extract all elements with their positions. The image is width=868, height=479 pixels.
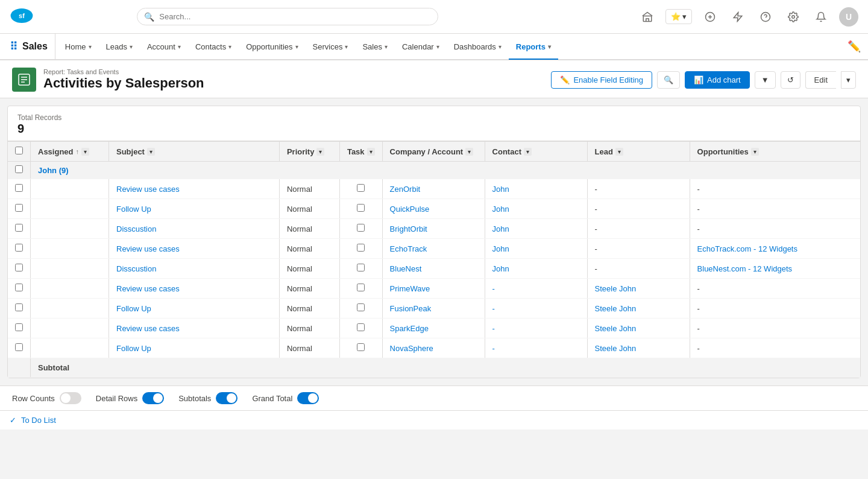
header-contact: Contact ▾ <box>485 142 587 162</box>
task-checkbox[interactable] <box>357 224 365 232</box>
salesforce-logo[interactable]: sf <box>10 4 34 30</box>
total-records-section: Total Records 9 <box>8 106 860 141</box>
help-icon-button[interactable] <box>756 7 775 27</box>
subject-cell: Follow Up <box>109 299 280 319</box>
nav-item-calendar[interactable]: Calendar ▾ <box>395 34 447 60</box>
to-do-list-bar[interactable]: ✓ To Do List <box>0 410 868 430</box>
nav-item-sales[interactable]: Sales ▾ <box>355 34 395 60</box>
favorites-button[interactable]: ⭐ ▾ <box>665 9 692 24</box>
task-checkbox[interactable] <box>357 284 365 291</box>
row-checkbox[interactable] <box>15 224 23 232</box>
subject-link[interactable]: Follow Up <box>116 304 151 313</box>
row-checkbox[interactable] <box>15 264 23 271</box>
lightning-icon-button[interactable] <box>728 7 747 27</box>
enable-field-editing-button[interactable]: ✏️ Enable Field Editing <box>551 71 652 89</box>
company-link[interactable]: ZenOrbit <box>390 185 421 194</box>
row-checkbox[interactable] <box>15 323 23 331</box>
nav-item-contacts[interactable]: Contacts ▾ <box>188 34 239 60</box>
task-checkbox[interactable] <box>357 323 365 331</box>
lead-link[interactable]: Steele John <box>595 324 637 333</box>
row-checkbox[interactable] <box>15 343 23 351</box>
lead-link[interactable]: Steele John <box>595 344 637 353</box>
assigned-filter-button[interactable]: ▾ <box>81 148 89 156</box>
group-link[interactable]: John (9) <box>38 166 69 175</box>
contact-link[interactable]: - <box>492 304 495 313</box>
company-link[interactable]: BrightOrbit <box>390 224 427 233</box>
edit-dropdown-button[interactable]: ▾ <box>841 71 856 89</box>
row-checkbox[interactable] <box>15 244 23 252</box>
company-link[interactable]: QuickPulse <box>390 205 430 214</box>
subject-link[interactable]: Follow Up <box>116 205 151 214</box>
contact-link[interactable]: John <box>492 244 509 253</box>
lead-cell: Steele John <box>587 279 690 299</box>
lead-filter-button[interactable]: ▾ <box>615 148 623 156</box>
nav-item-opportunities[interactable]: Opportunities ▾ <box>239 34 305 60</box>
nav-item-leads[interactable]: Leads ▾ <box>99 34 140 60</box>
task-filter-button[interactable]: ▾ <box>367 148 375 156</box>
subtotals-toggle[interactable] <box>216 392 237 404</box>
home-icon-button[interactable] <box>638 7 657 27</box>
subject-link[interactable]: Review use cases <box>116 284 180 293</box>
edit-button[interactable]: Edit <box>805 71 836 89</box>
detail-rows-toggle[interactable] <box>142 392 164 404</box>
add-icon-button[interactable] <box>700 7 720 27</box>
row-checkbox[interactable] <box>15 184 23 192</box>
company-link[interactable]: PrimeWave <box>390 284 430 293</box>
select-all-checkbox[interactable] <box>15 147 23 154</box>
lead-link[interactable]: Steele John <box>595 304 637 313</box>
search-button[interactable]: 🔍 <box>657 71 680 89</box>
contact-link[interactable]: John <box>492 264 509 273</box>
opportunities-filter-button[interactable]: ▾ <box>751 148 759 156</box>
task-checkbox[interactable] <box>357 264 365 271</box>
opps-link[interactable]: EchoTrack.com - 12 Widgets <box>697 244 797 253</box>
grand-total-toggle[interactable] <box>297 392 319 404</box>
subject-link[interactable]: Review use cases <box>116 244 180 253</box>
company-link[interactable]: FusionPeak <box>390 304 432 313</box>
company-link[interactable]: BlueNest <box>390 264 422 273</box>
company-link[interactable]: SparkEdge <box>390 324 429 333</box>
lead-link[interactable]: Steele John <box>595 284 637 293</box>
subject-link[interactable]: Review use cases <box>116 185 180 194</box>
refresh-button[interactable]: ↺ <box>781 71 800 89</box>
search-input[interactable] <box>137 8 438 25</box>
group-checkbox[interactable] <box>15 165 23 173</box>
nav-edit-button[interactable]: ✏️ <box>848 40 861 53</box>
subject-link[interactable]: Review use cases <box>116 324 180 333</box>
contact-link[interactable]: John <box>492 205 509 214</box>
nav-item-dashboards[interactable]: Dashboards ▾ <box>447 34 509 60</box>
nav-item-home[interactable]: Home ▾ <box>58 34 99 60</box>
app-launcher[interactable]: ⠿ Sales <box>7 34 55 59</box>
company-filter-button[interactable]: ▾ <box>465 148 473 156</box>
subject-filter-button[interactable]: ▾ <box>147 148 155 156</box>
settings-icon-button[interactable] <box>784 7 803 27</box>
priority-filter-button[interactable]: ▾ <box>316 148 324 156</box>
row-checkbox[interactable] <box>15 204 23 212</box>
filter-button[interactable]: ▼ <box>755 71 776 89</box>
row-counts-toggle[interactable] <box>60 392 81 404</box>
subject-link[interactable]: Disscustion <box>116 264 156 273</box>
task-checkbox[interactable] <box>357 184 365 192</box>
add-chart-button[interactable]: 📊 Add chart <box>685 71 750 89</box>
subject-link[interactable]: Follow Up <box>116 344 151 353</box>
company-link[interactable]: EchoTrack <box>390 244 427 253</box>
task-checkbox[interactable] <box>357 303 365 311</box>
contact-link[interactable]: - <box>492 284 495 293</box>
contact-link[interactable]: - <box>492 324 495 333</box>
avatar-button[interactable]: U <box>839 7 858 27</box>
row-checkbox[interactable] <box>15 284 23 291</box>
bell-icon-button[interactable] <box>811 7 831 27</box>
subject-link[interactable]: Disscustion <box>116 224 156 233</box>
task-checkbox[interactable] <box>357 343 365 351</box>
contact-link[interactable]: - <box>492 344 495 353</box>
contact-filter-button[interactable]: ▾ <box>524 148 532 156</box>
task-checkbox[interactable] <box>357 244 365 252</box>
company-link[interactable]: NovaSphere <box>390 344 433 353</box>
contact-link[interactable]: John <box>492 224 509 233</box>
nav-item-reports[interactable]: Reports ▾ <box>509 34 558 60</box>
nav-item-account[interactable]: Account ▾ <box>140 34 188 60</box>
contact-link[interactable]: John <box>492 185 509 194</box>
nav-item-services[interactable]: Services ▾ <box>306 34 356 60</box>
row-checkbox[interactable] <box>15 303 23 311</box>
task-checkbox[interactable] <box>357 204 365 212</box>
opps-link[interactable]: BlueNest.com - 12 Widgets <box>697 264 793 273</box>
